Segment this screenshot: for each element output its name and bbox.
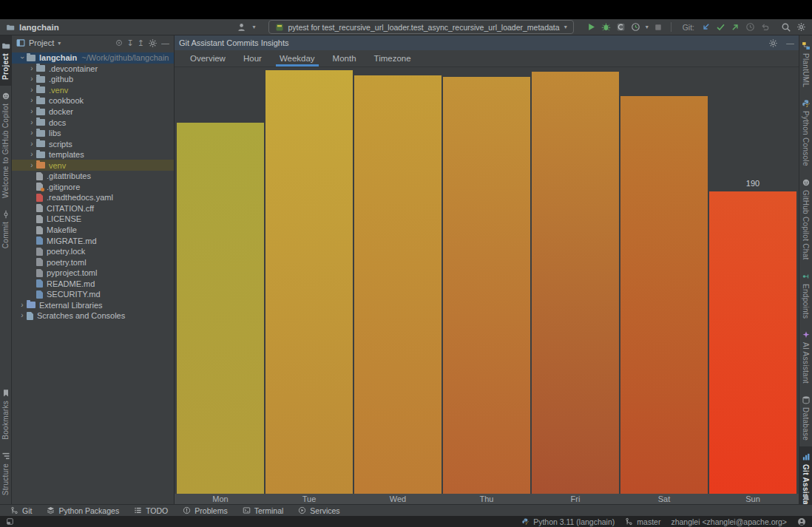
bar-wed[interactable] xyxy=(354,75,441,494)
tab-weekday[interactable]: Weekday xyxy=(273,50,322,67)
bar-column-fri[interactable] xyxy=(532,67,619,494)
bar-sat[interactable] xyxy=(620,96,708,494)
insights-hide-button[interactable]: — xyxy=(786,38,794,47)
tab-month[interactable]: Month xyxy=(326,50,363,67)
python-interpreter-widget[interactable]: Python 3.11 (langchain) xyxy=(521,517,615,526)
tool-stripe-item-github-copilot-chat[interactable]: GitHub Copilot Chat xyxy=(799,172,812,266)
tree-row-readthedocs-yaml[interactable]: .readthedocs.yaml xyxy=(12,192,174,203)
profiler-chevron-icon[interactable]: ▾ xyxy=(646,24,649,30)
tree-row-makefile[interactable]: Makefile xyxy=(12,225,174,236)
tree-chevron-icon[interactable]: › xyxy=(27,97,36,104)
bottom-stripe-item-python-packages[interactable]: Python Packages xyxy=(47,506,119,515)
tree-row-gitattributes[interactable]: .gitattributes xyxy=(12,171,174,182)
bottom-stripe-item-git[interactable]: Git xyxy=(10,506,32,515)
run-configuration-select[interactable]: pytest for test_recursive_url_loader.tes… xyxy=(268,20,574,34)
tool-stripe-item-endpoints[interactable]: Endpoints xyxy=(799,266,812,324)
bar-sun[interactable] xyxy=(709,191,796,494)
tree-row-devcontainer[interactable]: ›.devcontainer xyxy=(12,64,174,75)
insights-options-button[interactable] xyxy=(768,38,778,48)
bar-tue[interactable] xyxy=(265,70,353,494)
tree-chevron-icon[interactable]: › xyxy=(27,65,36,72)
tree-row-scripts[interactable]: ›scripts xyxy=(12,138,174,149)
project-view-chevron-icon[interactable]: ▾ xyxy=(58,40,61,47)
git-push-button[interactable] xyxy=(731,22,740,32)
collapse-all-button[interactable]: ↥ xyxy=(138,38,144,48)
tool-stripe-item-database[interactable]: Database xyxy=(799,390,812,446)
bar-column-tue[interactable] xyxy=(265,67,353,494)
tree-row-templates[interactable]: ›templates xyxy=(12,149,174,160)
tool-stripe-item-welcome-to-github-copilot[interactable]: Welcome to GitHub Copilot xyxy=(0,86,11,204)
tree-row-license[interactable]: LICENSE xyxy=(12,214,174,225)
search-everywhere-button[interactable] xyxy=(781,22,791,33)
tree-row-security-md[interactable]: SECURITY.md xyxy=(12,289,174,300)
user-account-icon[interactable] xyxy=(797,517,806,526)
tree-chevron-icon[interactable]: › xyxy=(18,302,27,309)
tree-row-gitignore[interactable]: .gitignore xyxy=(12,182,174,193)
tree-chevron-icon[interactable]: › xyxy=(27,140,36,148)
tree-row-migrate-md[interactable]: MIGRATE.md xyxy=(12,235,174,246)
tree-row-github[interactable]: ›.github xyxy=(12,74,174,85)
bar-column-sun[interactable]: 190 xyxy=(709,67,796,494)
tree-row-external-libraries[interactable]: ›External Libraries xyxy=(12,300,174,311)
tree-chevron-icon[interactable]: › xyxy=(27,119,36,126)
select-opened-file-button[interactable] xyxy=(115,38,124,47)
tree-chevron-icon[interactable]: › xyxy=(27,75,36,83)
bar-column-wed[interactable] xyxy=(354,67,441,494)
tool-stripe-item-structure[interactable]: Structure xyxy=(0,446,11,501)
tab-overview[interactable]: Overview xyxy=(183,50,232,67)
bottom-stripe-item-terminal[interactable]: Terminal xyxy=(243,506,284,515)
tree-row-langchain[interactable]: ›langchain~/Work/github/langchain xyxy=(12,52,174,64)
bottom-stripe-item-problems[interactable]: Problems xyxy=(183,506,227,515)
tree-chevron-icon[interactable]: › xyxy=(27,151,36,158)
restore-layout-icon[interactable] xyxy=(6,517,14,526)
project-options-button[interactable] xyxy=(148,38,158,48)
tool-stripe-item-commit[interactable]: Commit xyxy=(0,204,11,254)
tree-row-docker[interactable]: ›docker xyxy=(12,106,174,118)
git-update-button[interactable] xyxy=(701,22,711,32)
tree-row-scratches-and-consoles[interactable]: ›Scratches and Consoles xyxy=(12,310,174,322)
bar-fri[interactable] xyxy=(532,72,619,494)
debug-button[interactable] xyxy=(601,22,611,32)
tree-chevron-icon[interactable]: › xyxy=(18,53,26,62)
bottom-stripe-item-services[interactable]: Services xyxy=(298,506,339,515)
git-commit-button[interactable] xyxy=(716,22,725,32)
git-branch-widget[interactable]: master xyxy=(625,517,660,526)
tree-row-venv[interactable]: ›.venv xyxy=(12,85,174,96)
tab-timezone[interactable]: Timezone xyxy=(368,50,418,67)
tree-row-readme-md[interactable]: README.md xyxy=(12,278,174,289)
tree-chevron-icon[interactable]: › xyxy=(27,108,36,115)
tree-row-poetry-lock[interactable]: poetry.lock xyxy=(12,246,174,257)
tree-row-poetry-toml[interactable]: poetry.toml xyxy=(12,256,174,268)
tree-chevron-icon[interactable]: › xyxy=(27,162,36,169)
code-with-me-icon[interactable] xyxy=(237,22,247,33)
tree-chevron-icon[interactable]: › xyxy=(27,129,36,137)
tree-row-docs[interactable]: ›docs xyxy=(12,117,174,128)
code-with-me-chevron-icon[interactable]: ▾ xyxy=(252,24,255,30)
tool-stripe-item-project[interactable]: Project xyxy=(0,35,11,86)
tool-stripe-item-ai-assistant[interactable]: AI Assistant xyxy=(799,324,812,390)
notifications-bell-icon[interactable] xyxy=(802,494,811,503)
tree-row-libs[interactable]: ›libs xyxy=(12,128,174,139)
vcs-user-widget[interactable]: zhanglei <zhanglei@apache.org> xyxy=(671,517,787,526)
coverage-button[interactable] xyxy=(616,22,626,32)
bar-mon[interactable] xyxy=(177,123,264,494)
tool-stripe-item-bookmarks[interactable]: Bookmarks xyxy=(0,383,11,446)
tab-hour[interactable]: Hour xyxy=(237,50,268,67)
settings-button[interactable] xyxy=(796,22,806,32)
tool-stripe-item-python-console[interactable]: Python Console xyxy=(799,93,812,172)
tree-row-cookbook[interactable]: ›cookbook xyxy=(12,95,174,106)
bar-column-mon[interactable] xyxy=(177,67,264,494)
run-button[interactable] xyxy=(586,22,596,32)
bottom-stripe-item-todo[interactable]: TODO xyxy=(134,506,168,515)
tree-row-pyproject-toml[interactable]: pyproject.toml xyxy=(12,268,174,279)
profiler-button[interactable] xyxy=(631,22,640,32)
expand-all-button[interactable]: ↧ xyxy=(127,38,134,48)
tree-row-citation-cff[interactable]: CITATION.cff xyxy=(12,203,174,214)
tree-chevron-icon[interactable]: › xyxy=(18,312,27,319)
tree-chevron-icon[interactable]: › xyxy=(27,86,36,94)
bar-column-sat[interactable] xyxy=(620,67,708,494)
tool-stripe-item-plantuml[interactable]: PlantUML xyxy=(799,35,812,93)
tree-row-venv[interactable]: ›venv xyxy=(12,160,174,171)
bar-column-thu[interactable] xyxy=(443,67,530,494)
bar-thu[interactable] xyxy=(443,77,530,494)
